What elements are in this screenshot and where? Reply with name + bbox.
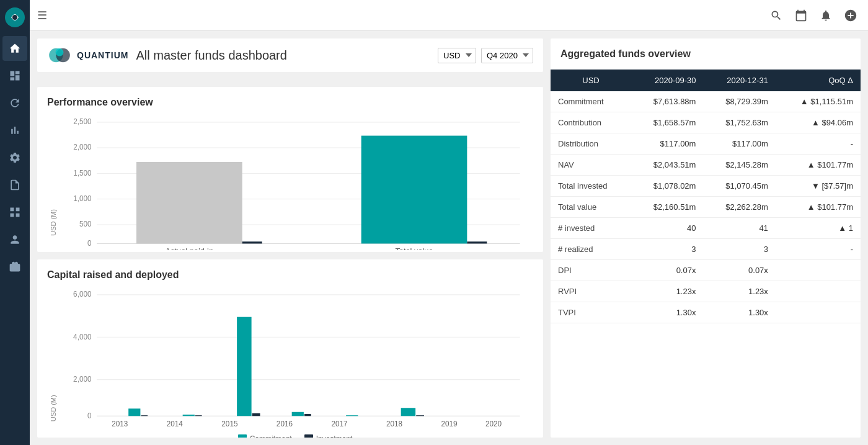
capital-y-label: USD (M) [47, 288, 57, 421]
row-q3: 1.30x [631, 302, 703, 323]
bar-2020-invest [416, 415, 424, 416]
performance-svg: 0 500 1,000 1,500 2,000 2,500 [57, 115, 533, 250]
row-q3: $1,658.57m [631, 112, 703, 133]
bar-distribution-1 [242, 241, 262, 243]
bar-2017-invest [252, 413, 260, 416]
logo-area: QUANTIUM [47, 46, 128, 65]
legend-box-commitment [238, 434, 247, 438]
svg-point-4 [56, 48, 64, 56]
svg-text:2015: 2015 [221, 419, 237, 428]
bar-2017-commit [237, 317, 251, 416]
add-button[interactable] [841, 6, 861, 25]
legend-commitment: Commitment [238, 434, 292, 438]
capital-title: Capital raised and deployed [47, 269, 533, 281]
sidebar-item-refresh[interactable] [2, 91, 27, 115]
row-label: Total value [551, 197, 631, 218]
bar-2018-invest [304, 414, 311, 416]
row-q3: $2,160.51m [631, 197, 703, 218]
sidebar-item-home[interactable] [2, 36, 27, 61]
currency-select[interactable]: USD EUR GBP [438, 48, 476, 63]
table-row: # realized33- [551, 239, 861, 260]
sidebar-item-chart[interactable] [2, 118, 27, 143]
svg-text:2018: 2018 [386, 419, 402, 428]
row-q4: $117.00m [703, 133, 775, 155]
svg-text:2017: 2017 [331, 419, 347, 428]
svg-text:Total value: Total value [395, 246, 433, 251]
row-q4: $2,262.28m [703, 197, 775, 218]
legend-investment: Investment [304, 434, 353, 438]
row-label: RVPI [551, 281, 631, 302]
row-q4: 0.07x [703, 260, 775, 281]
svg-text:1,500: 1,500 [73, 169, 92, 178]
period-select[interactable]: Q4 2020 Q3 2020 Q2 2020 [481, 48, 533, 63]
search-button[interactable] [766, 6, 786, 25]
row-q4: 1.23x [703, 281, 775, 302]
bar-nav [361, 136, 467, 244]
row-label: Commitment [551, 91, 631, 112]
svg-text:2019: 2019 [441, 419, 457, 428]
bar-2016-invest [195, 415, 202, 416]
sidebar-item-document[interactable] [2, 173, 27, 197]
row-qoq: - [776, 239, 861, 260]
row-qoq: ▲ $1,115.51m [776, 91, 861, 112]
performance-title: Performance overview [47, 97, 533, 108]
aggregated-table: USD 2020-09-30 2020-12-31 QoQ Δ Commitme… [551, 70, 861, 323]
table-row: Total value$2,160.51m$2,262.28m▲ $101.77… [551, 197, 861, 218]
aggregated-table-body: Commitment$7,613.88m$8,729.39m▲ $1,115.5… [551, 91, 861, 323]
row-q3: 0.07x [631, 260, 703, 281]
row-label: NAV [551, 155, 631, 176]
svg-text:2,000: 2,000 [73, 143, 92, 151]
row-qoq: - [776, 133, 861, 155]
menu-button[interactable]: ☰ [37, 9, 47, 22]
sidebar-item-file[interactable] [2, 254, 27, 279]
row-q4: 1.30x [703, 302, 775, 323]
row-qoq: ▲ $94.06m [776, 112, 861, 133]
bar-2015-invest [141, 415, 148, 416]
content-area: QUANTIUM All master funds dashboard USD … [30, 31, 868, 445]
capital-chart: USD (M) 0 2,000 [47, 288, 533, 421]
left-panels: QUANTIUM All master funds dashboard USD … [37, 38, 543, 438]
app-logo [4, 6, 26, 29]
page-title: All master funds dashboard [136, 48, 286, 63]
table-row: TVPI1.30x1.30x [551, 302, 861, 323]
bar-2015-commit [128, 408, 140, 416]
row-q3: $2,043.51m [631, 155, 703, 176]
row-q4: 41 [703, 218, 775, 239]
capital-panel: Capital raised and deployed USD (M) [37, 259, 543, 438]
table-row: NAV$2,043.51m$2,145.28m▲ $101.77m [551, 155, 861, 176]
svg-text:0: 0 [87, 411, 92, 420]
row-qoq: ▲ $101.77m [776, 197, 861, 218]
row-label: DPI [551, 260, 631, 281]
notification-button[interactable] [816, 6, 836, 25]
row-q4: $8,729.39m [703, 91, 775, 112]
bar-2020-commit [401, 408, 415, 416]
row-qoq: ▼ [$7.57]m [776, 176, 861, 197]
row-qoq [776, 260, 861, 281]
row-q3: $1,078.02m [631, 176, 703, 197]
svg-text:0: 0 [87, 239, 92, 248]
bar-2016-commit [183, 415, 195, 416]
row-label: Distribution [551, 133, 631, 155]
calendar-button[interactable] [791, 6, 811, 25]
legend-box-investment [304, 434, 313, 438]
row-qoq [776, 302, 861, 323]
sidebar-item-grid[interactable] [2, 200, 27, 225]
row-qoq [776, 281, 861, 302]
legend-label-commitment: Commitment [250, 434, 292, 438]
row-label: Total invested [551, 176, 631, 197]
svg-text:2,000: 2,000 [73, 375, 92, 384]
col-header-qoq: QoQ Δ [776, 70, 861, 91]
svg-text:1,000: 1,000 [73, 194, 92, 203]
sidebar-item-settings[interactable] [2, 145, 27, 170]
sidebar-item-dashboard[interactable] [2, 63, 27, 88]
table-row: Distribution$117.00m$117.00m- [551, 133, 861, 155]
row-q3: $7,613.88m [631, 91, 703, 112]
table-row: Commitment$7,613.88m$8,729.39m▲ $1,115.5… [551, 91, 861, 112]
table-header-row: USD 2020-09-30 2020-12-31 QoQ Δ [551, 70, 861, 91]
row-q4: 3 [703, 239, 775, 260]
capital-svg: 0 2,000 4,000 6,000 [57, 288, 533, 429]
sidebar [0, 0, 30, 445]
main-area: ☰ QUANTIUM [30, 0, 868, 445]
performance-y-label: USD (M) [47, 115, 57, 236]
sidebar-item-contact[interactable] [2, 227, 27, 252]
